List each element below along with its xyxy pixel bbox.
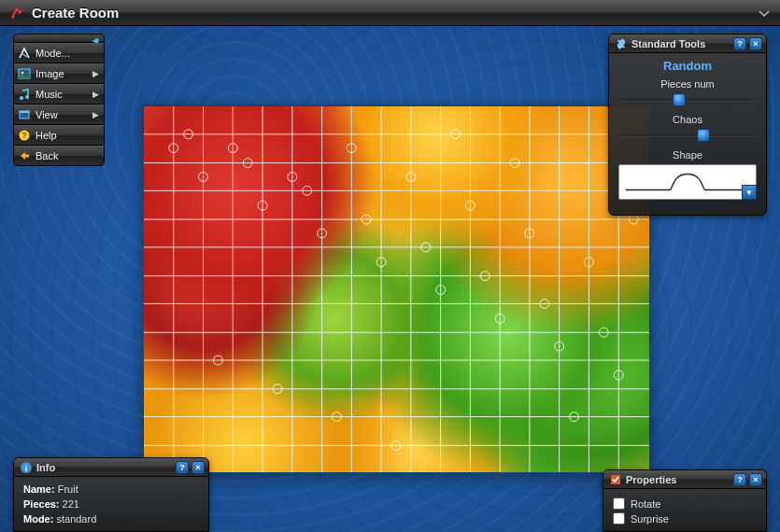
properties-panel-header[interactable]: Properties ? × <box>603 470 766 489</box>
title-bar: Create Room <box>0 0 780 26</box>
panel-close-button[interactable]: × <box>749 473 762 486</box>
info-pieces-label: Pieces: <box>23 498 60 510</box>
back-icon <box>18 149 31 162</box>
panel-help-button[interactable]: ? <box>733 37 746 50</box>
menu-label: View <box>35 109 58 120</box>
surprise-checkbox[interactable] <box>613 512 625 525</box>
standard-tools-panel: Standard Tools ? × Random Pieces num Cha… <box>608 34 767 216</box>
submenu-arrow-icon: ▶ <box>92 69 99 78</box>
pieces-num-label: Pieces num <box>618 78 757 90</box>
mode-icon <box>18 47 31 60</box>
info-icon: i <box>20 461 33 474</box>
menu-item-view[interactable]: View ▶ <box>13 105 105 125</box>
info-pieces-value: 221 <box>63 498 79 510</box>
svg-rect-6 <box>20 111 29 113</box>
info-name-value: Fruit <box>58 483 78 495</box>
image-icon <box>18 67 31 80</box>
info-pieces-row: Pieces: 221 <box>23 497 199 512</box>
slider-thumb[interactable] <box>697 129 710 142</box>
chaos-slider[interactable] <box>618 127 757 144</box>
submenu-arrow-icon: ▶ <box>92 110 99 119</box>
puzzle-preview[interactable] <box>142 105 651 474</box>
svg-text:i: i <box>25 463 28 472</box>
panel-help-button[interactable]: ? <box>176 461 189 474</box>
shape-label: Shape <box>618 149 757 161</box>
shape-preview: ▼ <box>618 164 757 200</box>
slider-thumb[interactable] <box>673 93 686 106</box>
svg-point-3 <box>20 96 23 100</box>
page-title: Create Room <box>32 5 119 21</box>
pieces-num-slider[interactable] <box>618 91 757 108</box>
menu-item-music[interactable]: Music ▶ <box>13 84 105 105</box>
menu-item-back[interactable]: Back <box>13 146 105 166</box>
menu-item-image[interactable]: Image ▶ <box>13 63 105 84</box>
tools-panel-body: Random Pieces num Chaos Shape ▼ <box>609 53 766 209</box>
rotate-label: Rotate <box>631 498 660 510</box>
chaos-label: Chaos <box>618 114 757 125</box>
menu-item-mode[interactable]: Mode... <box>13 43 105 63</box>
help-icon: ? <box>18 129 31 142</box>
tools-panel-header[interactable]: Standard Tools ? × <box>609 35 766 53</box>
info-panel-body: Name: Fruit Pieces: 221 Mode: standard <box>14 477 208 531</box>
svg-rect-9 <box>24 155 29 158</box>
menu-label: Music <box>35 89 63 100</box>
info-panel-title: Info <box>36 462 55 473</box>
tools-mode-subtitle: Random <box>618 59 757 73</box>
app-logo-icon <box>9 6 24 21</box>
slider-track <box>620 134 755 137</box>
info-mode-row: Mode: standard <box>23 512 199 527</box>
rotate-checkbox-row[interactable]: Rotate <box>613 497 757 510</box>
menu-label: Mode... <box>35 48 70 59</box>
view-icon <box>18 108 31 121</box>
menu-label: Back <box>35 150 58 161</box>
menu-label: Help <box>35 130 57 141</box>
info-name-row: Name: Fruit <box>23 483 199 497</box>
properties-panel: Properties ? × Rotate Surprise <box>603 469 767 532</box>
info-panel-header[interactable]: i Info ? × <box>14 458 208 477</box>
tools-panel-title: Standard Tools <box>631 38 705 49</box>
menu-label: Image <box>35 68 64 79</box>
properties-panel-title: Properties <box>626 474 676 485</box>
surprise-label: Surprise <box>631 513 669 525</box>
submenu-arrow-icon: ▶ <box>92 90 99 99</box>
info-name-label: Name: <box>23 483 55 495</box>
svg-point-2 <box>21 72 24 75</box>
panel-help-button[interactable]: ? <box>733 473 746 486</box>
slider-track <box>620 99 755 102</box>
info-mode-label: Mode: <box>23 513 53 525</box>
collapse-chevron-icon[interactable] <box>758 5 771 21</box>
properties-panel-body: Rotate Surprise <box>603 489 766 531</box>
workspace: ◀ Mode... Image ▶ Music ▶ View ▶ ? Help … <box>0 26 780 532</box>
info-mode-value: standard <box>56 513 96 525</box>
svg-text:?: ? <box>21 131 27 140</box>
properties-icon <box>609 473 622 486</box>
main-menu: ◀ Mode... Image ▶ Music ▶ View ▶ ? Help … <box>13 34 105 166</box>
menu-item-help[interactable]: ? Help <box>13 125 105 146</box>
svg-point-4 <box>25 95 29 99</box>
puzzle-piece-icon <box>615 37 628 50</box>
panel-close-button[interactable]: × <box>749 37 762 50</box>
surprise-checkbox-row[interactable]: Surprise <box>613 512 757 525</box>
info-panel: i Info ? × Name: Fruit Pieces: 221 Mode:… <box>13 457 209 532</box>
panel-close-button[interactable]: × <box>191 461 205 474</box>
menu-collapse-bar[interactable]: ◀ <box>13 34 105 43</box>
svg-point-0 <box>12 15 15 18</box>
rotate-checkbox[interactable] <box>613 497 625 510</box>
puzzle-image <box>144 106 649 472</box>
music-icon <box>18 88 31 101</box>
shape-dropdown-button[interactable]: ▼ <box>742 185 757 200</box>
